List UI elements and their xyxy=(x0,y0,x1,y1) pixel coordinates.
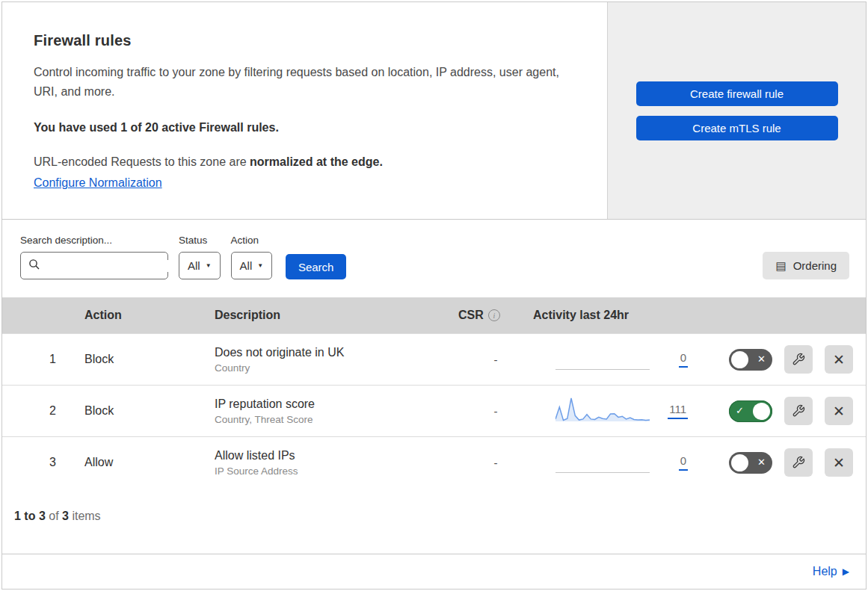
arrow-right-icon: ▶ xyxy=(843,566,849,577)
header-activity: Activity last 24hr xyxy=(533,309,709,322)
toggle-knob xyxy=(731,351,748,368)
rule-activity: 111 xyxy=(533,395,709,427)
status-select-value: All xyxy=(188,259,200,272)
help-link-label: Help xyxy=(813,565,837,578)
configure-normalization-link[interactable]: Configure Normalization xyxy=(34,176,162,189)
rule-csr: - xyxy=(458,353,533,366)
search-icon xyxy=(28,259,40,273)
header-text-block: Firewall rules Control incoming traffic … xyxy=(2,2,608,219)
close-icon: ✕ xyxy=(833,403,845,420)
rule-description: IP reputation score Country, Threat Scor… xyxy=(215,397,458,425)
header-section: Firewall rules Control incoming traffic … xyxy=(2,2,866,220)
normalization-line: URL-encoded Requests to this zone are no… xyxy=(34,155,585,169)
table-row: 2 Block IP reputation score Country, Thr… xyxy=(2,385,866,436)
delete-rule-button[interactable]: ✕ xyxy=(825,397,853,425)
search-input[interactable] xyxy=(46,260,182,272)
header-action: Action xyxy=(84,309,215,322)
rule-controls: ✓ ✕ xyxy=(709,397,866,425)
rule-fields: Country, Threat Score xyxy=(215,414,458,425)
ordering-button[interactable]: ▤ Ordering xyxy=(763,252,849,279)
range-text: 1 to 3 xyxy=(14,510,46,522)
toggle-knob xyxy=(731,454,748,471)
total-count: 3 xyxy=(62,510,69,522)
wrench-icon xyxy=(792,456,805,469)
rule-title: Does not originate in UK xyxy=(215,346,458,359)
help-link[interactable]: Help ▶ xyxy=(813,565,849,578)
page-title: Firewall rules xyxy=(34,32,585,49)
of-text: of xyxy=(46,510,62,522)
rule-controls: ✕ ✕ xyxy=(709,345,866,374)
rule-activity: 0 xyxy=(533,447,709,478)
status-label: Status xyxy=(179,235,221,246)
activity-sparkline xyxy=(555,395,650,427)
header-description: Description xyxy=(215,309,458,322)
toggle-knob xyxy=(753,403,770,420)
rule-description: Does not originate in UK Country xyxy=(215,346,458,374)
rule-enabled-toggle[interactable]: ✕ xyxy=(729,349,772,371)
rule-fields: Country xyxy=(215,362,458,374)
delete-rule-button[interactable]: ✕ xyxy=(825,448,853,477)
action-label: Action xyxy=(231,235,273,246)
rule-action: Block xyxy=(84,353,215,366)
rule-number: 3 xyxy=(2,456,84,469)
status-filter-group: Status All ▼ xyxy=(179,235,221,279)
rule-enabled-toggle[interactable]: ✓ xyxy=(729,400,772,422)
rule-activity: 0 xyxy=(533,344,709,375)
wrench-icon xyxy=(792,353,805,366)
firewall-rules-card: Firewall rules Control incoming traffic … xyxy=(1,1,867,590)
close-icon: ✕ xyxy=(833,454,845,471)
actions-panel: Create firewall rule Create mTLS rule xyxy=(608,2,866,219)
header-csr-label: CSR xyxy=(458,309,484,322)
toggle-off-x-icon: ✕ xyxy=(757,457,766,467)
create-mtls-rule-button[interactable]: Create mTLS rule xyxy=(636,116,838,140)
search-input-container[interactable] xyxy=(20,252,168,279)
activity-count-link[interactable]: 111 xyxy=(668,403,688,419)
edit-rule-button[interactable] xyxy=(784,448,813,477)
wrench-icon xyxy=(792,404,805,418)
list-icon: ▤ xyxy=(775,259,786,273)
status-select[interactable]: All ▼ xyxy=(179,252,221,279)
close-icon: ✕ xyxy=(833,351,845,368)
search-label: Search description... xyxy=(20,235,168,246)
table-header: Action Description CSR i Activity last 2… xyxy=(2,297,866,333)
edit-rule-button[interactable] xyxy=(784,345,813,374)
rule-number: 2 xyxy=(2,404,84,418)
edit-rule-button[interactable] xyxy=(784,397,813,425)
delete-rule-button[interactable]: ✕ xyxy=(825,345,853,374)
header-csr: CSR i xyxy=(458,309,533,322)
activity-count-link[interactable]: 0 xyxy=(679,454,688,471)
activity-count-link[interactable]: 0 xyxy=(679,351,688,368)
rule-csr: - xyxy=(458,405,533,418)
normalization-bold: normalized at the edge. xyxy=(250,155,383,168)
ordering-button-label: Ordering xyxy=(793,259,837,272)
table-row: 3 Allow Allow listed IPs IP Source Addre… xyxy=(2,436,866,488)
items-text: items xyxy=(69,510,101,522)
rule-csr: - xyxy=(458,457,533,469)
chevron-down-icon: ▼ xyxy=(257,262,263,269)
chevron-down-icon: ▼ xyxy=(206,262,212,269)
rule-controls: ✕ ✕ xyxy=(709,448,866,477)
info-icon[interactable]: i xyxy=(488,309,500,321)
normalization-prefix: URL-encoded Requests to this zone are xyxy=(34,155,250,168)
action-select[interactable]: All ▼ xyxy=(231,252,273,279)
activity-sparkline-empty xyxy=(555,447,650,478)
pagination-summary: 1 to 3 of 3 items xyxy=(2,488,866,554)
rule-action: Block xyxy=(84,404,215,418)
rule-title: Allow listed IPs xyxy=(215,449,458,462)
action-select-value: All xyxy=(240,259,253,272)
rule-enabled-toggle[interactable]: ✕ xyxy=(729,452,772,474)
table-row: 1 Block Does not originate in UK Country… xyxy=(2,333,866,385)
rule-description: Allow listed IPs IP Source Address xyxy=(215,449,458,477)
action-filter-group: Action All ▼ xyxy=(231,235,273,279)
rule-fields: IP Source Address xyxy=(215,465,458,477)
toggle-off-x-icon: ✕ xyxy=(757,354,766,364)
activity-sparkline-empty xyxy=(555,344,650,375)
create-firewall-rule-button[interactable]: Create firewall rule xyxy=(636,81,838,106)
filter-bar: Search description... Status All ▼ Actio… xyxy=(2,220,866,297)
toggle-on-check-icon: ✓ xyxy=(736,406,744,415)
help-bar: Help ▶ xyxy=(2,554,866,589)
search-button[interactable]: Search xyxy=(286,254,346,279)
search-group: Search description... xyxy=(20,235,168,279)
usage-summary: You have used 1 of 20 active Firewall ru… xyxy=(34,121,585,134)
rule-action: Allow xyxy=(84,456,215,469)
